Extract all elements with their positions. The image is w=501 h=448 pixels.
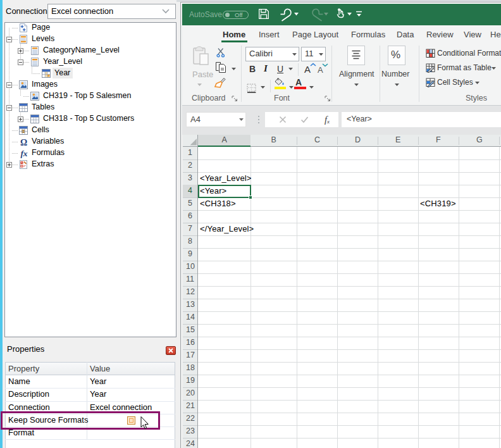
svg-text:fx: fx (20, 149, 27, 158)
svg-text:x: x (326, 118, 330, 125)
svg-text:Ω: Ω (20, 138, 27, 147)
